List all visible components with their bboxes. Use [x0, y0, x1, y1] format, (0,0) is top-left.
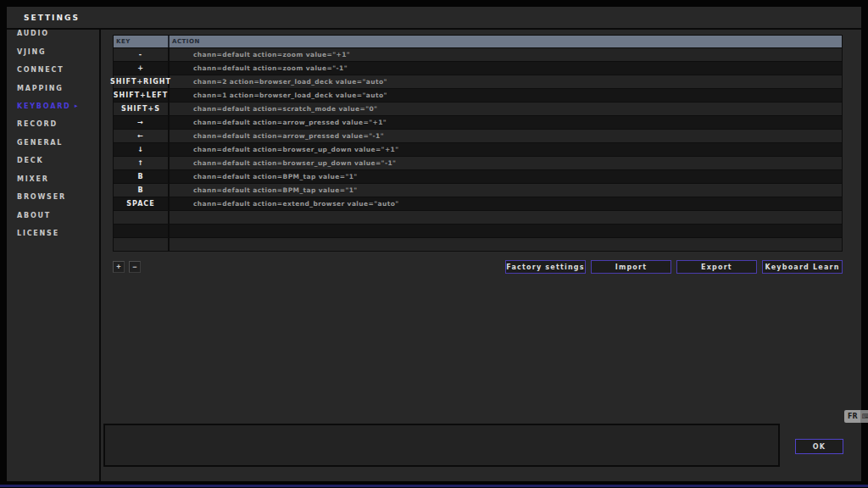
action-cell — [170, 225, 842, 237]
table-empty-row[interactable] — [114, 210, 842, 224]
bottom-accent-line — [0, 485, 868, 487]
table-row[interactable]: ←chann=default action=arrow_pressed valu… — [114, 129, 842, 142]
table-row[interactable]: Bchann=default action=BPM_tap value="1" — [114, 169, 842, 183]
action-cell: chann=default action=arrow_pressed value… — [170, 116, 842, 129]
import-button[interactable]: Import — [591, 260, 671, 274]
table-row[interactable]: ↑chann=default action=browser_up_down va… — [114, 156, 842, 169]
remove-mapping-button[interactable]: − — [129, 261, 141, 273]
sidebar-item-keyboard[interactable]: KEYBOARD▸ — [7, 97, 99, 115]
action-cell: chann=default action=browser_up_down val… — [170, 157, 842, 169]
table-row[interactable]: SPACEchann=default action=extend_browser… — [114, 197, 842, 210]
sidebar-item-deck[interactable]: DECK — [7, 152, 99, 169]
sidebar-item-label: DECK — [17, 157, 43, 164]
page-title: SETTINGS — [24, 14, 80, 22]
action-cell: chann=2 action=browser_load_deck value="… — [170, 75, 842, 88]
action-cell: chann=1 action=browser_load_deck value="… — [170, 89, 842, 102]
sidebar-item-vjing[interactable]: VJING — [7, 42, 99, 60]
key-cell: → — [114, 116, 170, 129]
keyboard-layout-icon: ⌨ — [860, 410, 868, 423]
export-button[interactable]: Export — [676, 260, 757, 274]
sidebar-item-label: MAPPING — [17, 85, 64, 92]
table-row[interactable]: →chann=default action=arrow_pressed valu… — [114, 115, 842, 129]
table-header-action: ACTION — [170, 36, 842, 47]
language-badge[interactable]: FR ⌨ — [844, 410, 868, 423]
action-cell: chann=default action=BPM_tap value="1" — [170, 184, 842, 197]
table-empty-row[interactable] — [114, 237, 842, 251]
sidebar-item-label: AUDIO — [17, 30, 49, 37]
action-cell — [170, 211, 842, 224]
key-cell: + — [114, 62, 170, 75]
add-mapping-button[interactable]: + — [113, 261, 125, 273]
table-header-row: KEY ACTION — [114, 36, 842, 47]
key-cell: ↓ — [114, 143, 170, 156]
sidebar-item-label: VJING — [17, 48, 46, 56]
sidebar-item-general[interactable]: GENERAL — [7, 134, 99, 152]
key-cell: SHIFT+LEFT — [114, 89, 170, 102]
table-row[interactable]: +chann=default action=zoom value="-1" — [114, 61, 842, 75]
language-code-label: FR — [844, 410, 860, 423]
sidebar-list: AUDIOVJINGCONNECTMAPPINGKEYBOARD▸RECORDG… — [7, 30, 99, 242]
key-cell: B — [114, 184, 170, 197]
table-row[interactable]: ↓chann=default action=browser_up_down va… — [114, 142, 842, 156]
sidebar-item-connect[interactable]: CONNECT — [7, 61, 99, 79]
settings-screen: SETTINGS AUDIOVJINGCONNECTMAPPINGKEYBOAR… — [0, 0, 868, 488]
table-header-key: KEY — [114, 36, 170, 47]
key-cell: SHIFT+RIGHT — [114, 75, 170, 88]
key-cell: SPACE — [114, 197, 170, 210]
sidebar-item-label: LICENSE — [17, 230, 59, 237]
table-row[interactable]: SHIFT+LEFTchann=1 action=browser_load_de… — [114, 88, 842, 102]
chevron-right-icon: ▸ — [75, 103, 78, 109]
sidebar-item-label: ABOUT — [17, 212, 51, 219]
sidebar-item-record[interactable]: RECORD — [7, 115, 99, 133]
table-row[interactable]: Bchann=default action=BPM_tap value="1" — [114, 183, 842, 197]
key-cell: ← — [114, 130, 170, 142]
table-row[interactable]: SHIFT+Schann=default action=scratch_mode… — [114, 102, 842, 115]
sidebar-item-mapping[interactable]: MAPPING — [7, 79, 99, 97]
action-cell: chann=default action=BPM_tap value="1" — [170, 170, 842, 183]
mapping-action-buttons: Factory settingsImportExportKeyboard Lea… — [505, 260, 843, 274]
action-cell: chann=default action=extend_browser valu… — [170, 197, 842, 210]
factory-settings-button[interactable]: Factory settings — [505, 260, 586, 274]
action-cell: chann=default action=zoom value="-1" — [170, 62, 842, 75]
keyboard-settings-panel: KEY ACTION -chann=default action=zoom va… — [101, 30, 861, 481]
action-cell: chann=default action=zoom value="+1" — [170, 48, 842, 61]
key-cell — [114, 211, 170, 224]
sidebar-item-label: KEYBOARD — [17, 103, 71, 110]
key-cell: ↑ — [114, 157, 170, 169]
key-cell: B — [114, 170, 170, 183]
sidebar-item-about[interactable]: ABOUT — [7, 206, 99, 224]
sidebar-item-mixer[interactable]: MIXER — [7, 170, 99, 188]
sidebar-item-license[interactable]: LICENSE — [7, 225, 99, 242]
action-cell — [170, 238, 842, 251]
key-cell: SHIFT+S — [114, 103, 170, 115]
sidebar-item-audio[interactable]: AUDIO — [7, 30, 99, 42]
settings-sidebar: AUDIOVJINGCONNECTMAPPINGKEYBOARD▸RECORDG… — [7, 30, 99, 481]
settings-window: SETTINGS AUDIOVJINGCONNECTMAPPINGKEYBOAR… — [7, 7, 861, 481]
table-row[interactable]: SHIFT+RIGHTchann=2 action=browser_load_d… — [114, 75, 842, 88]
sidebar-item-label: MIXER — [17, 175, 49, 183]
keyboard-learn-button[interactable]: Keyboard Learn — [762, 260, 843, 274]
table-row[interactable]: -chann=default action=zoom value="+1" — [114, 47, 842, 61]
keyboard-mapping-table: KEY ACTION -chann=default action=zoom va… — [113, 35, 843, 252]
sidebar-item-label: GENERAL — [17, 139, 63, 147]
key-cell — [114, 225, 170, 237]
sidebar-item-label: RECORD — [17, 120, 58, 128]
action-cell: chann=default action=browser_up_down val… — [170, 143, 842, 156]
key-cell — [114, 238, 170, 251]
title-bar: SETTINGS — [7, 7, 861, 28]
action-cell: chann=default action=arrow_pressed value… — [170, 130, 842, 142]
action-cell: chann=default action=scratch_mode value=… — [170, 103, 842, 115]
sidebar-item-label: CONNECT — [17, 66, 64, 74]
table-empty-row[interactable] — [114, 224, 842, 237]
mapping-edit-buttons: + − — [113, 261, 141, 273]
sidebar-item-label: BROWSER — [17, 193, 66, 201]
key-cell: - — [114, 48, 170, 61]
ok-button[interactable]: OK — [795, 439, 843, 454]
sidebar-item-browser[interactable]: BROWSER — [7, 188, 99, 206]
description-box — [103, 424, 780, 467]
